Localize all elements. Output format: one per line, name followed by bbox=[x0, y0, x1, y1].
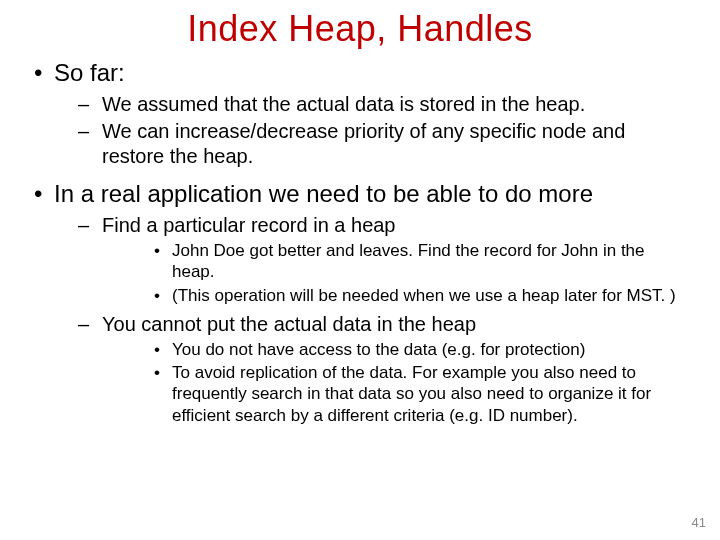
bullet-l3: You do not have access to the data (e.g.… bbox=[102, 339, 690, 360]
bullet-l3: John Doe got better and leaves. Find the… bbox=[102, 240, 690, 283]
bullet-l2: We assumed that the actual data is store… bbox=[54, 92, 690, 117]
bullet-list: So far: We assumed that the actual data … bbox=[30, 58, 690, 426]
bullet-sublist: Find a particular record in a heap John … bbox=[54, 213, 690, 426]
bullet-text: To avoid replication of the data. For ex… bbox=[172, 363, 651, 425]
bullet-text: We can increase/decrease priority of any… bbox=[102, 120, 625, 167]
bullet-text: In a real application we need to be able… bbox=[54, 180, 593, 207]
slide-title: Index Heap, Handles bbox=[30, 8, 690, 50]
bullet-sublist: We assumed that the actual data is store… bbox=[54, 92, 690, 169]
bullet-text: John Doe got better and leaves. Find the… bbox=[172, 241, 645, 281]
page-number: 41 bbox=[692, 515, 706, 530]
bullet-text: Find a particular record in a heap bbox=[102, 214, 396, 236]
bullet-l3: (This operation will be needed when we u… bbox=[102, 285, 690, 306]
bullet-l1: In a real application we need to be able… bbox=[30, 179, 690, 426]
bullet-subsublist: You do not have access to the data (e.g.… bbox=[102, 339, 690, 426]
bullet-text: We assumed that the actual data is store… bbox=[102, 93, 585, 115]
bullet-l1: So far: We assumed that the actual data … bbox=[30, 58, 690, 169]
bullet-l2: You cannot put the actual data in the he… bbox=[54, 312, 690, 426]
bullet-text: (This operation will be needed when we u… bbox=[172, 286, 676, 305]
slide: Index Heap, Handles So far: We assumed t… bbox=[0, 0, 720, 540]
bullet-text: You do not have access to the data (e.g.… bbox=[172, 340, 585, 359]
bullet-l2: Find a particular record in a heap John … bbox=[54, 213, 690, 306]
bullet-text: So far: bbox=[54, 59, 125, 86]
bullet-l3: To avoid replication of the data. For ex… bbox=[102, 362, 690, 426]
bullet-subsublist: John Doe got better and leaves. Find the… bbox=[102, 240, 690, 306]
bullet-l2: We can increase/decrease priority of any… bbox=[54, 119, 690, 169]
bullet-text: You cannot put the actual data in the he… bbox=[102, 313, 476, 335]
